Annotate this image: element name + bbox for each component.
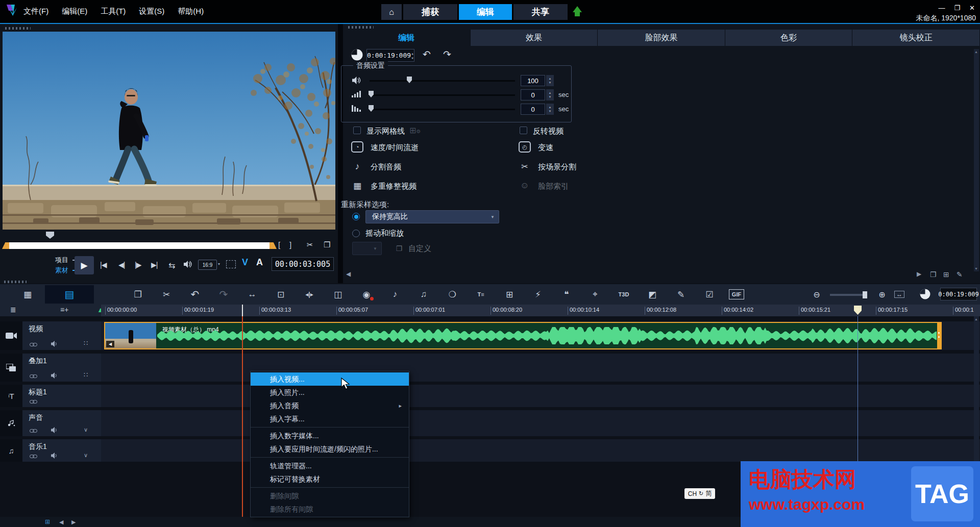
keep-aspect-dropdown[interactable]: 保持宽高比 ▼ <box>365 210 499 223</box>
menu-item-insert-timelapse-photos[interactable]: 插入要应用时间流逝/频闪的照片... <box>251 442 409 456</box>
record-snapshot-icon[interactable]: ◉ <box>357 287 376 302</box>
split-screen-template-icon[interactable]: ⊞ <box>500 287 519 302</box>
keep-aspect-radio[interactable] <box>352 213 360 220</box>
transition-icon[interactable]: ❍ <box>443 287 461 302</box>
pan-zoom-label[interactable]: 摇动和缩放 <box>365 229 404 238</box>
restore-button[interactable]: ❐ <box>954 4 960 12</box>
export-arrow-icon[interactable] <box>573 6 582 12</box>
menu-settings[interactable]: 设置(S) <box>139 7 164 16</box>
multi-trim-button[interactable]: 多重修整视频 <box>371 182 416 191</box>
mark-range-icon[interactable]: ↔ <box>243 287 261 302</box>
prev-frame-button[interactable]: ◀| <box>118 261 125 269</box>
system-volume-icon[interactable] <box>184 261 192 268</box>
menu-item-insert-digital-media[interactable]: 插入数字媒体... <box>251 429 409 442</box>
preview-timecode[interactable]: 00:00:03:005 <box>272 257 334 271</box>
auto-music-icon[interactable]: ♫ <box>414 287 433 302</box>
grid-toggle-icon[interactable]: ⊞ <box>45 518 50 525</box>
menu-help[interactable]: 帮助(H) <box>178 7 204 16</box>
video-track-type-icon[interactable] <box>0 321 22 350</box>
rotate-right-button[interactable]: ↷ <box>443 48 451 60</box>
clip-trim-handle[interactable] <box>937 323 941 348</box>
audio-toggle[interactable]: A <box>256 257 263 268</box>
enlarge-preview-button[interactable] <box>226 260 236 268</box>
speed-timelapse-button[interactable]: 速度/时间流逝 <box>371 143 419 153</box>
trim-end-handle[interactable] <box>270 242 277 249</box>
clip-duration-field[interactable]: 0:00:19:009 ▲▼ <box>366 49 414 62</box>
video-toggle[interactable]: V <box>242 257 248 268</box>
tab-effects[interactable]: 效果 <box>471 30 598 46</box>
tab-capture[interactable]: 捕获 <box>403 4 457 20</box>
reverse-video-label[interactable]: 反转视频 <box>533 127 564 136</box>
show-grid-checkbox[interactable] <box>353 127 361 134</box>
link-icon[interactable] <box>30 429 37 433</box>
home-tab[interactable]: ⌂ <box>381 4 402 20</box>
go-start-button[interactable]: |◀ <box>100 261 106 269</box>
layout-edit-icon[interactable]: ✎ <box>957 270 963 279</box>
mark-out-button[interactable]: ] <box>289 240 291 249</box>
preview-scrubber-thumb[interactable] <box>46 232 54 239</box>
pan-zoom-radio[interactable] <box>352 230 360 237</box>
trim-tools-icon[interactable]: ✂ <box>157 287 176 302</box>
tab-color[interactable]: 色彩 <box>725 30 853 46</box>
menu-file[interactable]: 文件(F) <box>23 7 48 16</box>
clip-mode-toggle[interactable]: 素材 <box>55 266 68 275</box>
variable-speed-icon[interactable]: ◴ <box>519 141 531 153</box>
track-list-icon[interactable]: ≣ <box>10 306 16 314</box>
menu-item-insert-audio[interactable]: 插入音频 <box>251 399 409 412</box>
overlay-track-type-icon[interactable] <box>0 354 22 382</box>
add-track-icon[interactable]: ≡+ <box>60 306 68 314</box>
split-clip-button[interactable]: ✂ <box>307 240 313 249</box>
voice-track-header[interactable]: 声音 ∨ <box>22 410 101 436</box>
split-by-scene-button[interactable]: 按场景分割 <box>538 162 576 172</box>
track-options-icon[interactable]: ∷ <box>84 339 88 347</box>
scroll-down-icon[interactable]: ▼ <box>974 267 978 270</box>
redo-icon[interactable]: ↷ <box>214 287 233 302</box>
volume-slider[interactable] <box>370 80 515 82</box>
link-icon[interactable] <box>30 374 37 379</box>
split-audio-icon[interactable]: ♪ <box>351 161 363 172</box>
track-options-icon[interactable]: ∷ <box>84 371 88 379</box>
volume-value[interactable]: 100 <box>521 75 545 86</box>
link-icon[interactable] <box>30 399 37 404</box>
track-mute-icon[interactable] <box>51 453 58 459</box>
link-icon[interactable] <box>30 454 37 459</box>
music-track-header[interactable]: 音乐1 ∨ <box>22 439 101 462</box>
timeline-zoom-slider[interactable] <box>830 294 867 296</box>
ruler-strip[interactable]: 00:00:00:0000:00:01:1900:00:03:1300:00:0… <box>101 305 980 316</box>
fit-project-icon[interactable]: ↔ <box>894 291 904 298</box>
reverse-video-checkbox[interactable] <box>520 127 527 134</box>
title-track-lane[interactable] <box>0 385 980 407</box>
menu-item-insert-photo[interactable]: 插入照片... <box>251 386 409 399</box>
snapshot-button[interactable]: ❐ <box>324 240 330 249</box>
tab-lens-correction[interactable]: 镜头校正 <box>852 30 980 46</box>
split-clip-icon[interactable]: ◂|▸ <box>300 287 318 302</box>
fade-out-slider[interactable] <box>370 109 515 110</box>
scroll-right-icon[interactable]: ▶ <box>71 519 76 525</box>
track-mute-icon[interactable] <box>51 341 58 347</box>
minimize-button[interactable]: — <box>938 4 945 12</box>
split-audio-button[interactable]: 分割音频 <box>371 162 401 172</box>
tab-face-effects[interactable]: 脸部效果 <box>598 30 725 46</box>
menu-item-insert-subtitle[interactable]: 插入字幕... <box>251 412 409 425</box>
close-button[interactable]: ✕ <box>969 4 975 12</box>
track-mute-icon[interactable] <box>51 427 58 433</box>
play-button[interactable]: ▶ <box>75 256 94 274</box>
menu-item-track-manager[interactable]: 轨道管理器... <box>251 459 409 472</box>
menu-edit[interactable]: 编辑(E) <box>62 7 87 16</box>
trim-start-handle[interactable] <box>2 242 9 249</box>
mask-creator-icon[interactable]: ◩ <box>643 287 662 302</box>
panel-drag-handle[interactable] <box>348 26 374 29</box>
paste-icon[interactable]: ❐ <box>129 287 147 302</box>
grid-options-icon[interactable]: ⊞⚙ <box>409 126 421 135</box>
rotate-left-button[interactable]: ↶ <box>423 48 431 60</box>
video-clip[interactable]: ◀ 视频素材（总）.mp4 <box>104 322 942 349</box>
track-motion-icon[interactable]: ⌖ <box>586 287 604 302</box>
title-track-type-icon[interactable]: iT <box>0 385 22 407</box>
tab-edit[interactable]: 编辑 <box>459 4 512 20</box>
preview-scrubber-track[interactable] <box>5 242 272 249</box>
speed-mask-icon[interactable]: ☑ <box>700 287 719 302</box>
multi-trim-icon[interactable]: ▦ <box>351 180 363 191</box>
mark-in-button[interactable]: [ <box>278 240 280 249</box>
split-by-scene-icon[interactable]: ✂ <box>519 161 531 172</box>
track-mute-icon[interactable] <box>51 372 58 379</box>
